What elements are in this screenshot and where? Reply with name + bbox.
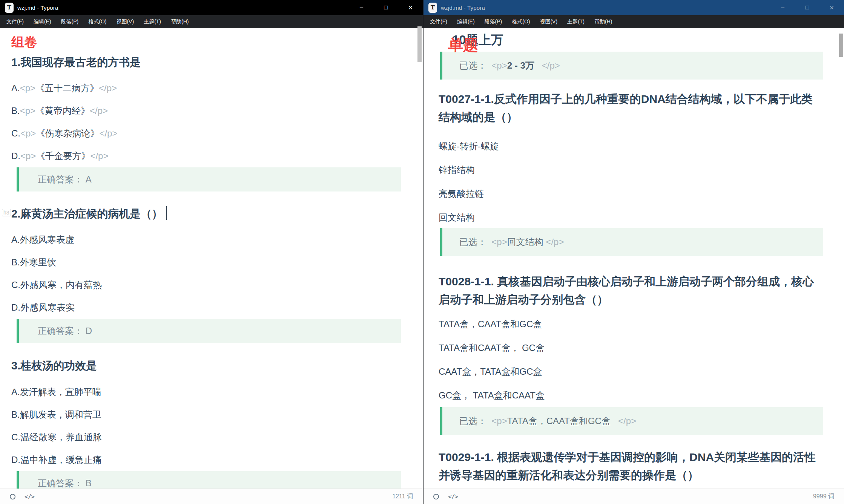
t0027-option-4: 回文结构 (439, 212, 823, 223)
t0028-option-2: TATA盒和CAAT盒， GC盒 (439, 342, 823, 354)
menu-help[interactable]: 帮助(H) (166, 18, 193, 25)
question-3-title: 3.桂枝汤的功效是 (11, 359, 401, 372)
source-code-mode-icon[interactable]: </> (448, 493, 458, 500)
t0028-option-3: CAAT盒，TATA盒和GC盒 (439, 366, 823, 377)
question-1-option-b: B.<p>《黄帝内经》</p> (11, 105, 401, 116)
window-controls: – □ × (349, 0, 423, 15)
maximize-button[interactable]: □ (374, 0, 398, 15)
question-1-answer-box: 正确答案： A (17, 167, 401, 191)
outline-toggle-icon[interactable] (433, 494, 439, 499)
question-3-option-c: C.温经散寒，养血通脉 (11, 432, 401, 443)
menubar-right: 文件(F) 编辑(E) 段落(P) 格式(O) 视图(V) 主题(T) 帮助(H… (424, 15, 844, 28)
menu-paragraph[interactable]: 段落(P) (480, 18, 507, 25)
source-code-mode-icon[interactable]: </> (25, 493, 34, 500)
t0027-option-2: 锌指结构 (439, 164, 823, 176)
question-1-option-d: D.<p>《千金要方》</p> (11, 150, 401, 162)
t0027-option-1: 螺旋-转折-螺旋 (439, 141, 823, 152)
question-2-title: h32.麻黄汤主治症候的病机是（） (11, 206, 401, 221)
statusbar-left: </> 1211 词 (0, 489, 423, 504)
typora-app-icon: T (5, 3, 14, 13)
minimize-button[interactable]: – (349, 0, 374, 15)
question-3-option-b: B.解肌发表，调和营卫 (11, 409, 401, 420)
t0027-option-3: 亮氨酸拉链 (439, 188, 823, 199)
menu-edit[interactable]: 编辑(E) (452, 18, 480, 25)
t0028-option-1: TATA盒，CAAT盒和GC盒 (439, 319, 823, 330)
maximize-button[interactable]: □ (795, 0, 819, 15)
window-wzjd: T wzjd.md - Typora – □ × 文件(F) 编辑(E) 段落(… (423, 0, 844, 504)
menu-view[interactable]: 视图(V) (111, 18, 139, 25)
menubar-left: 文件(F) 编辑(E) 段落(P) 格式(O) 视图(V) 主题(T) 帮助(H… (0, 15, 423, 28)
window-title: wzjd.md - Typora (441, 5, 485, 11)
menu-theme[interactable]: 主题(T) (562, 18, 589, 25)
question-1-option-c: C.<p>《伤寒杂病论》</p> (11, 128, 401, 139)
scrollbar-thumb[interactable] (839, 34, 843, 57)
selected-answer-box-top: 已选： <p>2 - 3万 </p> (440, 52, 823, 80)
titlebar-left[interactable]: T wzj.md - Typora – □ × (0, 0, 423, 15)
minimize-button[interactable]: – (770, 0, 795, 15)
question-t0029-title: T0029-1-1. 根据表观遗传学对于基因调控的影响，DNA关闭某些基因的活性… (439, 448, 823, 484)
editor-right[interactable]: 10题上万 单题 已选： <p>2 - 3万 </p> T0027-1-1.反式… (424, 28, 844, 489)
outline-toggle-icon[interactable] (10, 494, 15, 499)
t0028-option-4: GC盒， TATA盒和CAAT盒 (439, 390, 823, 401)
close-button[interactable]: × (819, 0, 844, 15)
menu-view[interactable]: 视图(V) (535, 18, 562, 25)
question-2-option-d: D.外感风寒表实 (11, 302, 401, 313)
statusbar-right: </> 9999 词 (424, 489, 844, 504)
scrollbar-thumb[interactable] (417, 26, 422, 62)
menu-format[interactable]: 格式(O) (507, 18, 535, 25)
overlapping-headings: 10题上万 单题 (439, 31, 823, 49)
question-2-option-c: C.外感风寒，内有蕴热 (11, 279, 401, 291)
question-3-option-a: A.发汗解表，宣肺平喘 (11, 386, 401, 398)
t0028-selected-box: 已选： <p>TATA盒，CAAT盒和GC盒 </p> (440, 407, 823, 435)
question-t0028-title: T0028-1-1. 真核基因启动子由核心启动子和上游启动子两个部分组成，核心启… (439, 273, 823, 309)
question-3-option-d: D.温中补虚，缓急止痛 (11, 454, 401, 466)
window-controls: – □ × (770, 0, 844, 15)
word-count: 9999 词 (813, 493, 834, 501)
question-2-answer-box: 正确答案： D (17, 319, 401, 343)
menu-file[interactable]: 文件(F) (425, 18, 452, 25)
question-1-title: 1.我国现存最古老的方书是 (11, 55, 401, 69)
menu-help[interactable]: 帮助(H) (589, 18, 617, 25)
text-caret (166, 206, 167, 220)
question-2-option-b: B.外寒里饮 (11, 257, 401, 268)
close-button[interactable]: × (398, 0, 423, 15)
menu-format[interactable]: 格式(O) (83, 18, 111, 25)
question-1-option-a: A.<p>《五十二病方》</p> (11, 83, 401, 94)
menu-paragraph[interactable]: 段落(P) (56, 18, 84, 25)
editor-left[interactable]: 组卷 1.我国现存最古老的方书是 A.<p>《五十二病方》</p> B.<p>《… (0, 28, 423, 489)
word-count: 1211 词 (392, 493, 413, 501)
menu-file[interactable]: 文件(F) (2, 18, 29, 25)
question-t0027-title: T0027-1-1.反式作用因子上的几种重要的DNA结合结构域，以下不属于此类结… (439, 90, 823, 126)
t0027-selected-box: 已选： <p>回文结构 </p> (440, 228, 823, 256)
window-title: wzj.md - Typora (17, 5, 58, 11)
menu-theme[interactable]: 主题(T) (139, 18, 166, 25)
question-2-option-a: A.外感风寒表虚 (11, 234, 401, 245)
titlebar-right[interactable]: T wzjd.md - Typora – □ × (424, 0, 844, 15)
doc-heading: 组卷 (11, 34, 401, 50)
menu-edit[interactable]: 编辑(E) (29, 18, 56, 25)
question-3-answer-box: 正确答案： B (17, 471, 401, 489)
typora-app-icon: T (428, 3, 437, 13)
window-wzj: T wzj.md - Typora – □ × 文件(F) 编辑(E) 段落(P… (0, 0, 423, 504)
doc-heading: 单题 (448, 35, 478, 55)
h3-level-badge: h3 (2, 209, 11, 216)
